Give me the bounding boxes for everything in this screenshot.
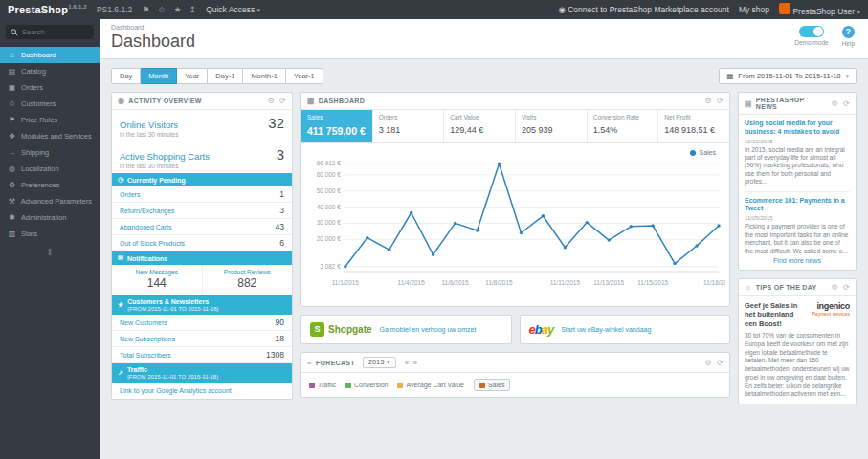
user-menu[interactable]: PrestaShop User ▾	[779, 3, 860, 16]
sidebar-item-customers[interactable]: ☺Customers	[0, 96, 100, 112]
sidebar-item-preferences[interactable]: ⚙Preferences	[0, 177, 100, 193]
customers-newsletters-header: ★Customers & Newsletters(FROM 2015-11-01…	[112, 295, 292, 315]
preferences-icon: ⚙	[8, 181, 16, 189]
refresh-icon[interactable]: ⟳	[717, 359, 723, 367]
forecast-legend-sales[interactable]: Sales	[474, 379, 511, 391]
product-reviews-cell[interactable]: Product Reviews882	[202, 265, 293, 295]
stat-orders[interactable]: Orders3 181	[373, 110, 445, 142]
forecast-next-button[interactable]: »	[412, 359, 417, 367]
sidebar-item-advanced-parameters[interactable]: ⚒Advanced Parameters	[0, 193, 100, 209]
gear-icon[interactable]: ⚙	[705, 97, 712, 105]
search-icon	[11, 29, 18, 36]
sidebar-search[interactable]	[6, 25, 94, 39]
stat-cart-value[interactable]: Cart Value129,44 €	[444, 110, 516, 142]
new-customers-link[interactable]: New Customers	[120, 319, 167, 326]
dashboard-panel-icon: ▦	[307, 97, 315, 105]
upload-icon[interactable]: ↥	[189, 5, 197, 14]
refresh-icon[interactable]: ⟳	[717, 97, 723, 105]
forecast-panel: ≡ FORECAST 2015 ▾ « » ⚙ ⟳	[300, 352, 730, 398]
forecast-year-select[interactable]: 2015 ▾	[363, 357, 396, 368]
forecast-legend-traffic[interactable]: Traffic	[309, 382, 336, 388]
stat-net-profit[interactable]: Net Profit148 918,51 €	[658, 110, 729, 142]
gear-icon[interactable]: ⚙	[832, 99, 838, 108]
forecast-icon: ≡	[307, 359, 312, 367]
range-day-1-button[interactable]: Day-1	[208, 68, 243, 84]
forecast-prev-button[interactable]: «	[405, 359, 410, 367]
pending-returns-link[interactable]: Return/Exchanges	[120, 208, 175, 214]
forecast-legend-conversion[interactable]: Conversion	[345, 382, 388, 388]
stat-visits[interactable]: Visits205 939	[516, 110, 588, 142]
prestashop-logo[interactable]: PrestaShop1.6.1.2	[8, 4, 87, 15]
out-of-stock-link[interactable]: Out of Stock Products	[120, 240, 185, 247]
user-icon[interactable]: ☺	[157, 5, 166, 14]
sidebar-item-shipping[interactable]: →Shipping	[0, 144, 100, 161]
new-subscriptions-link[interactable]: New Subscriptions	[120, 336, 175, 342]
price-rules-icon: ⚑	[8, 116, 16, 124]
pending-row-out-of-stock: Out of Stock Products6	[112, 235, 292, 251]
sidebar-item-administration[interactable]: ✱Administration	[0, 209, 100, 226]
news-icon: ▤	[745, 99, 752, 108]
gear-icon[interactable]: ⚙	[705, 359, 712, 367]
total-subscribers-link[interactable]: Total Subscribers	[120, 352, 171, 359]
home-icon: ⌂	[8, 51, 16, 59]
range-month-button[interactable]: Month	[141, 68, 177, 84]
sidebar-item-price-rules[interactable]: ⚑Price Rules	[0, 112, 100, 128]
active-carts-value: 3	[277, 146, 284, 163]
news-panel-title: PRESTASHOP NEWS	[756, 97, 828, 110]
stat-conversion-rate[interactable]: Conversion Rate1.54%	[588, 110, 659, 142]
date-range-picker[interactable]: ▦ From 2015-11-01 To 2015-11-18 ▾	[719, 68, 857, 84]
ebay-logo: ebay	[529, 322, 554, 337]
catalog-icon: ▤	[8, 67, 16, 76]
sidebar-item-orders[interactable]: ▣Orders	[0, 79, 100, 96]
range-year-1-button[interactable]: Year-1	[286, 68, 323, 84]
ebay-link[interactable]: Start uw eBay-winkel vandaag	[561, 326, 651, 333]
refresh-icon[interactable]: ⟳	[279, 97, 286, 105]
marketplace-link[interactable]: ◉ Connect to PrestaShop Marketplace acco…	[558, 5, 728, 14]
advanced-parameters-icon: ⚒	[8, 197, 16, 206]
news-article-title[interactable]: Using social media for your business: 4 …	[745, 120, 850, 137]
demo-mode-toggle[interactable]	[799, 26, 824, 37]
star-icon[interactable]: ★	[174, 5, 182, 14]
range-year-button[interactable]: Year	[177, 68, 208, 84]
sidebar-menu: ⌂Dashboard ▤Catalog ▣Orders ☺Customers ⚑…	[0, 47, 100, 242]
star-icon: ★	[118, 301, 123, 309]
main-content: Dashboard Dashboard Demo mode ? Help Day	[100, 19, 868, 459]
quick-access-menu[interactable]: Quick Access ▾	[206, 5, 260, 14]
refresh-icon[interactable]: ⟳	[843, 99, 850, 108]
prestashop-admin: PrestaShop1.6.1.2 PS1.6.1.2 ⚑ ☺ ★ ↥ Quic…	[0, 0, 868, 459]
sidebar-item-localization[interactable]: ◍Localization	[0, 161, 100, 177]
stat-sales[interactable]: Sales411 759,00 €	[301, 110, 373, 142]
help-icon[interactable]: ?	[842, 26, 855, 38]
google-analytics-link[interactable]: Link to your Google Analytics account	[120, 387, 232, 394]
sidebar-item-modules[interactable]: ❖Modules and Services	[0, 128, 100, 144]
sidebar-item-stats[interactable]: ▥Stats	[0, 226, 100, 242]
online-visitors-link[interactable]: Online Visitors	[120, 120, 178, 130]
refresh-icon[interactable]: ⟳	[843, 283, 850, 292]
traffic-swatch	[309, 382, 315, 388]
my-shop-link[interactable]: My shop	[739, 5, 769, 14]
tips-headline: Geef je Sales in het buitenland een Boos…	[745, 301, 808, 328]
range-month-1-button[interactable]: Month-1	[243, 68, 286, 84]
currently-pending-header: ◷Currently Pending	[112, 173, 292, 186]
collapse-sidebar-icon[interactable]: ‖	[0, 248, 100, 257]
gear-icon[interactable]: ⚙	[832, 283, 838, 292]
abandoned-carts-link[interactable]: Abandoned Carts	[120, 224, 171, 230]
shopgate-link[interactable]: Ga mobiel en verhoog uw omzet	[380, 326, 477, 333]
page-title: Dashboard	[111, 32, 857, 52]
range-day-button[interactable]: Day	[111, 68, 141, 84]
active-carts-link[interactable]: Active Shopping Carts	[120, 151, 210, 162]
gear-icon[interactable]: ⚙	[268, 97, 275, 105]
sidebar-item-catalog[interactable]: ▤Catalog	[0, 63, 100, 79]
svg-text:11/1/2015: 11/1/2015	[332, 279, 360, 286]
search-input[interactable]	[22, 28, 89, 36]
breadcrumb[interactable]: Dashboard	[111, 24, 857, 31]
news-article-title[interactable]: Ecommerce 101: Payments in a Tweet	[745, 197, 850, 214]
forecast-legend-average-cart-value[interactable]: Average Cart Value	[397, 382, 463, 388]
shopgate-logo: SShopgate	[310, 322, 372, 337]
find-more-news-link[interactable]: Find more news	[745, 257, 850, 264]
svg-text:66 912 €: 66 912 €	[317, 160, 342, 166]
sidebar-item-dashboard[interactable]: ⌂Dashboard	[0, 47, 100, 63]
new-messages-cell[interactable]: New Messages144	[112, 265, 202, 295]
pending-orders-link[interactable]: Orders	[120, 191, 140, 198]
flag-icon[interactable]: ⚑	[142, 5, 149, 14]
